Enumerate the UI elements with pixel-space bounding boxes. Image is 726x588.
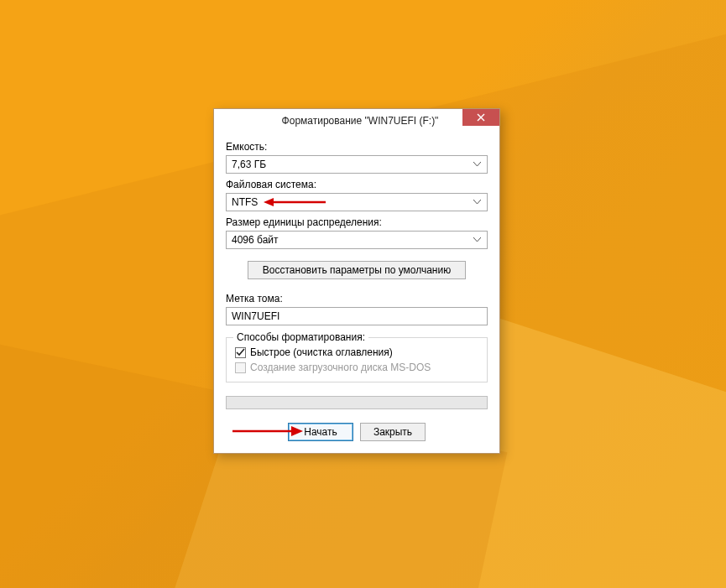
volume-label-caption: Метка тома: <box>226 293 488 304</box>
allocation-value: 4096 байт <box>232 234 471 246</box>
quick-format-label: Быстрое (очистка оглавления) <box>250 346 393 358</box>
titlebar[interactable]: Форматирование "WIN7UEFI (F:)" <box>214 109 499 133</box>
format-options-title: Способы форматирования: <box>233 331 368 343</box>
filesystem-value: NTFS <box>232 196 471 208</box>
quick-format-checkbox[interactable] <box>235 347 246 358</box>
dialog-body: Емкость: 7,63 ГБ Файловая система: NTFS <box>214 133 499 453</box>
close-window-button[interactable] <box>462 109 499 126</box>
format-options-group: Способы форматирования: Быстрое (очистка… <box>226 337 488 382</box>
allocation-label: Размер единицы распределения: <box>226 216 488 228</box>
allocation-select[interactable]: 4096 байт <box>226 231 488 249</box>
format-progress-bar <box>226 396 488 409</box>
filesystem-select[interactable]: NTFS <box>226 193 488 211</box>
msdos-boot-checkbox <box>235 362 246 373</box>
volume-label-input[interactable] <box>226 307 488 325</box>
capacity-value: 7,63 ГБ <box>232 159 471 170</box>
close-icon <box>477 113 485 122</box>
check-icon <box>236 348 245 357</box>
chevron-down-icon <box>471 195 483 210</box>
msdos-boot-label: Создание загрузочного диска MS-DOS <box>250 362 431 373</box>
capacity-select[interactable]: 7,63 ГБ <box>226 155 488 174</box>
close-button[interactable]: Закрыть <box>360 423 426 441</box>
format-dialog: Форматирование "WIN7UEFI (F:)" Емкость: … <box>213 108 500 454</box>
start-button[interactable]: Начать <box>288 423 353 441</box>
chevron-down-icon <box>471 157 483 172</box>
capacity-label: Емкость: <box>226 141 488 153</box>
filesystem-label: Файловая система: <box>226 179 488 190</box>
window-title: Форматирование "WIN7UEFI (F:)" <box>221 115 499 127</box>
desktop-wallpaper: Форматирование "WIN7UEFI (F:)" Емкость: … <box>0 0 726 588</box>
restore-defaults-button[interactable]: Восстановить параметры по умолчанию <box>248 261 466 279</box>
dialog-button-row: Начать Закрыть <box>226 423 488 441</box>
chevron-down-icon <box>471 232 483 247</box>
